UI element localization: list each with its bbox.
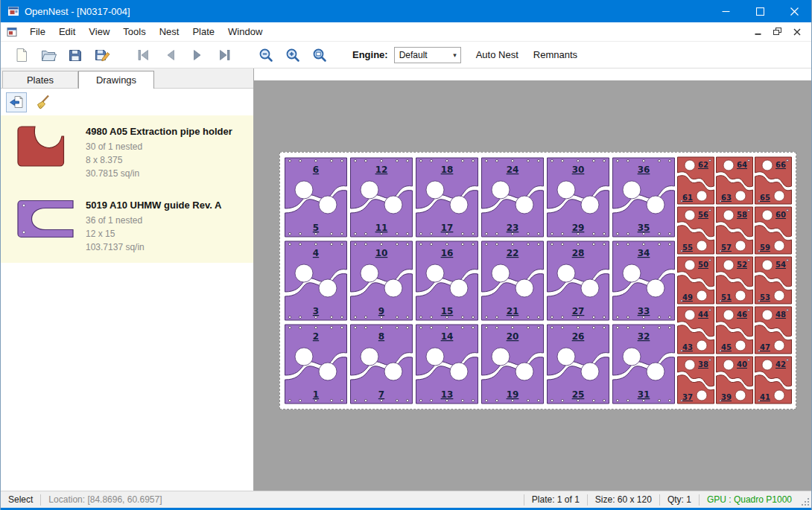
nested-part-pair[interactable]: 3635: [611, 156, 676, 239]
import-drawing-button[interactable]: [6, 92, 27, 112]
status-mode: Select: [1, 491, 40, 508]
zoom-fit-button[interactable]: [306, 44, 333, 66]
nested-part-pair[interactable]: 1615: [414, 239, 480, 322]
engine-select[interactable]: Default ▾: [394, 47, 461, 63]
menu-tools[interactable]: Tools: [116, 23, 152, 40]
drawing-nested-count: 36 of 1 nested: [86, 214, 221, 227]
nested-part-pair[interactable]: 87: [349, 322, 414, 406]
next-plate-button[interactable]: [184, 44, 211, 66]
menu-window[interactable]: Window: [221, 23, 269, 40]
zoom-in-button[interactable]: [279, 44, 306, 66]
previous-plate-button[interactable]: [157, 44, 184, 66]
nested-part-pair[interactable]: 3029: [545, 156, 611, 239]
menu-plate[interactable]: Plate: [185, 23, 221, 40]
engine-value: Default: [399, 50, 428, 60]
resize-grip[interactable]: [799, 491, 811, 508]
nested-part-pair[interactable]: 4645: [715, 305, 754, 355]
menu-edit[interactable]: Edit: [52, 23, 82, 40]
nested-part-pair[interactable]: 1817: [414, 156, 480, 239]
svg-text:50: 50: [698, 261, 708, 269]
menu-nest[interactable]: Nest: [153, 23, 186, 40]
nested-part-pair[interactable]: 4241: [754, 355, 793, 405]
svg-text:3: 3: [313, 306, 319, 316]
svg-text:65: 65: [760, 194, 770, 202]
drawing-size: 8 x 8.375: [86, 153, 232, 167]
last-plate-button[interactable]: [211, 44, 238, 66]
nested-part-pair[interactable]: 2221: [480, 239, 545, 322]
status-bar: Select Location: [84.8696, 60.6957] Plat…: [1, 491, 811, 508]
nested-part-pair[interactable]: 3433: [611, 239, 676, 322]
new-button[interactable]: [8, 44, 35, 66]
mdi-restore-button[interactable]: [769, 25, 786, 39]
list-item-extraction-pipe-holder[interactable]: 4980 A05 Extraction pipe holder 30 of 1 …: [1, 115, 253, 189]
svg-text:1: 1: [313, 389, 319, 400]
drawing-meta: 5019 A10 UHMW guide Rev. A 36 of 1 neste…: [86, 198, 221, 254]
nested-part-pair[interactable]: 5857: [715, 205, 754, 255]
nested-part-pair[interactable]: 6463: [715, 156, 754, 205]
nested-part-pair[interactable]: 21: [283, 322, 349, 406]
status-location: Location: [84.8696, 60.6957]: [41, 491, 169, 508]
nested-part-pair[interactable]: 5049: [676, 255, 715, 305]
nested-part-pair[interactable]: 2827: [545, 239, 611, 322]
drawing-area: 103.7137 sq/in: [86, 240, 221, 254]
svg-text:29: 29: [572, 223, 585, 233]
nested-part-pair[interactable]: 5453: [754, 255, 793, 305]
nested-part-pair[interactable]: 2019: [480, 322, 545, 406]
clear-drawings-button[interactable]: [32, 92, 53, 112]
nested-part-pair[interactable]: 109: [349, 239, 414, 322]
nested-part-pair[interactable]: 1413: [414, 322, 480, 406]
menu-view[interactable]: View: [82, 23, 116, 40]
svg-text:7: 7: [378, 389, 384, 400]
tab-plates[interactable]: Plates: [2, 71, 78, 88]
minimize-button[interactable]: [708, 0, 743, 22]
nested-part-pair[interactable]: 4847: [754, 305, 793, 355]
maximize-button[interactable]: [743, 0, 777, 22]
open-button[interactable]: [35, 44, 62, 66]
nested-part-pair[interactable]: 6665: [754, 156, 793, 205]
first-plate-button[interactable]: [130, 44, 157, 66]
nested-part-pair[interactable]: 3837: [676, 355, 715, 405]
save-as-button[interactable]: [89, 44, 115, 66]
mdi-minimize-button[interactable]: [749, 25, 767, 39]
svg-text:61: 61: [682, 194, 693, 202]
nested-part-pair[interactable]: 1211: [349, 156, 414, 239]
remnants-button[interactable]: Remnants: [533, 49, 577, 60]
status-plate: Plate: 1 of 1: [524, 491, 587, 508]
svg-text:5: 5: [313, 223, 319, 233]
tab-drawings[interactable]: Drawings: [78, 71, 154, 89]
svg-text:20: 20: [507, 331, 519, 342]
drawing-size: 12 x 15: [86, 227, 221, 240]
nested-part-pair[interactable]: 43: [283, 239, 349, 322]
svg-text:24: 24: [507, 165, 519, 175]
nested-part-pair[interactable]: 2625: [545, 322, 611, 406]
document-icon[interactable]: [6, 26, 18, 38]
save-button[interactable]: [62, 44, 89, 66]
nested-part-pair[interactable]: 3231: [611, 322, 676, 406]
svg-text:12: 12: [375, 165, 388, 175]
close-button[interactable]: [777, 0, 811, 22]
menu-file[interactable]: File: [23, 23, 52, 40]
zoom-out-button[interactable]: [253, 44, 279, 66]
nested-part-pair[interactable]: 2423: [480, 156, 545, 239]
svg-text:53: 53: [760, 293, 770, 302]
main-area: Plates Drawings: [1, 68, 811, 491]
mdi-minimize-icon: [754, 28, 763, 36]
plate[interactable]: 6512111817242330293635431091615222128273…: [279, 152, 796, 409]
nested-part-pair[interactable]: 4443: [676, 305, 715, 355]
mdi-close-button[interactable]: [788, 25, 805, 39]
nest-canvas[interactable]: 6512111817242330293635431091615222128273…: [254, 68, 811, 491]
purple-grid: 6512111817242330293635431091615222128273…: [283, 156, 676, 406]
list-item-uhmw-guide[interactable]: 5019 A10 UHMW guide Rev. A 36 of 1 neste…: [1, 189, 253, 263]
svg-text:54: 54: [775, 261, 786, 269]
svg-text:40: 40: [737, 360, 747, 369]
close-icon: [790, 7, 799, 16]
nested-part-pair[interactable]: 6261: [676, 156, 715, 205]
nested-part-pair[interactable]: 65: [283, 156, 349, 239]
svg-text:57: 57: [721, 243, 732, 252]
auto-nest-button[interactable]: Auto Nest: [476, 49, 518, 60]
nested-part-pair[interactable]: 4039: [715, 355, 754, 405]
svg-text:28: 28: [572, 248, 585, 258]
nested-part-pair[interactable]: 6059: [754, 205, 793, 255]
nested-part-pair[interactable]: 5655: [676, 205, 715, 255]
nested-part-pair[interactable]: 5251: [715, 255, 754, 305]
